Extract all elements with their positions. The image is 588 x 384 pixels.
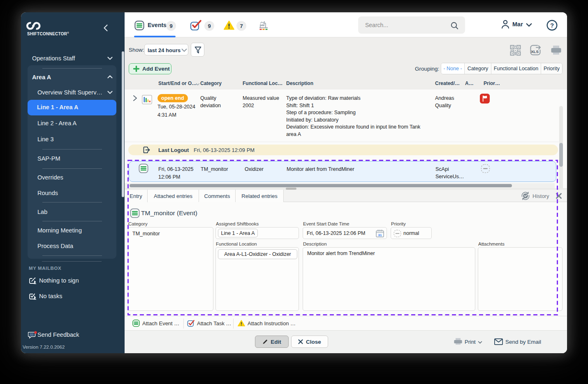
column-header-functional-location[interactable]: Functional Loc… [243,80,282,86]
attach-instruction-button[interactable]: Attach Instruction … [238,320,299,328]
cell-description: Monitor alert from TrendMiner [287,166,431,173]
column-header-category[interactable]: Category [200,80,222,86]
send-by-email-label: Send by Email [505,339,541,345]
detail-tab-comments[interactable]: Comments [199,190,236,202]
show-range-select[interactable]: last 24 hours [144,44,188,55]
grouping-option-priority[interactable]: Priority [541,63,562,74]
grouping-option-functional-location[interactable]: Functional Location [491,63,541,74]
detail-tab-related-entries[interactable]: Related entries [236,190,284,202]
brand-text: SHIFTCONNECTOR [27,32,67,36]
send-feedback-label[interactable]: Send Feedback [37,331,79,338]
attach-task-button[interactable]: Attach Task … [187,320,233,328]
column-header-attachments[interactable]: A… [465,80,474,86]
print-icon[interactable] [551,45,561,55]
expand-row-icon[interactable] [133,95,137,101]
svg-text:?: ? [550,22,554,29]
tab-events[interactable]: Events 9 [125,12,178,37]
shiftconnector-logo-icon [26,22,41,30]
tab-tasks-badge: 9 [204,21,214,31]
add-event-button[interactable]: Add Event [129,63,171,74]
chip-line1-area-a[interactable]: Line 1 - Area A [218,229,258,237]
help-icon[interactable]: ? [546,20,558,31]
sidebar-item-line3[interactable]: Line 3 [37,136,54,143]
user-menu[interactable]: Mar [501,18,534,32]
cell-created-by: Andreas Quality [435,95,464,109]
field-assigned-shiftbooks[interactable]: Line 1 - Area A [215,227,299,239]
divider [42,261,102,262]
chevron-down-icon[interactable] [107,91,113,94]
divider [42,255,102,256]
sidebar-item-overrides[interactable]: Overrides [37,174,63,181]
user-name: Mar [512,21,523,28]
field-description[interactable]: Monitor alert from TrendMiner [303,247,475,311]
cell-start-time: 12:06 PM [158,174,204,181]
column-header-description[interactable]: Description [286,80,313,86]
field-category[interactable]: TM_monitor [128,227,213,311]
field-event-start-value: Fri, 06-13-2025 12:06 PM [307,230,365,236]
sidebar-item-operations-staff[interactable]: Operations Staff [32,55,75,62]
filter-button[interactable] [191,43,204,57]
chevron-up-icon[interactable] [107,75,113,78]
send-feedback-icon [28,331,37,339]
grouping-option-category[interactable]: Category [465,63,491,74]
last-logout-row[interactable]: Last Logout Fri, 06-13-2025 12:09 PM [128,145,558,155]
filter-funnel-icon [194,46,201,54]
search-input[interactable] [358,16,465,34]
edit-button[interactable]: Edit [255,336,289,348]
attach-event-button[interactable]: Attach Event … [132,320,183,328]
event-row-quality-deviation[interactable]: open end Tue, 05-28-2024 4:31 AM Quality… [125,91,559,141]
send-by-email-button[interactable]: Send by Email [494,337,556,347]
sidebar-item-process-data[interactable]: Process Data [37,243,73,249]
column-header-start-end[interactable]: Start/End or O… [158,80,197,86]
mailbox-item-nothing-to-sign[interactable]: Nothing to sign [39,277,79,284]
attach-task-icon [187,320,194,327]
chevron-down-icon[interactable] [107,57,113,60]
tab-events-badge: 9 [166,21,176,31]
calendar-icon[interactable]: 31 [375,229,384,238]
close-button[interactable]: Close [291,336,328,348]
detail-tab-attached-entries[interactable]: Attached entries [148,190,199,202]
chevron-down-icon [181,48,187,52]
cell-description: Type of deviation: Raw materials Shift: … [286,95,430,138]
attach-event-label: Attach Event … [142,320,179,327]
sidebar: SHIFTCONNECTOR® Operations Staff Area A … [21,12,125,353]
detail-tab-entry[interactable]: Entry [125,190,148,202]
sidebar-item-lab[interactable]: Lab [37,209,47,215]
sidebar-item-rounds[interactable]: Rounds [37,190,58,196]
sidebar-item-line2[interactable]: Line 2 - Area A [37,120,76,126]
mailbox-item-no-tasks[interactable]: No tasks [39,293,62,299]
sidebar-scrollbar[interactable] [122,51,124,197]
grouping-option-none[interactable]: - None - [441,63,465,74]
sidebar-item-sap-pm[interactable]: SAP-PM [37,155,60,162]
history-button[interactable]: History [521,192,557,200]
search-icon[interactable] [451,22,458,30]
vertical-scrollbar-thumb[interactable] [559,143,563,167]
sidebar-item-morning-meeting[interactable]: Morning Meeting [37,227,82,234]
export-xls-icon[interactable]: XLS [530,44,542,56]
attach-actions-row: Attach Event … Attach Task … Attach Inst… [125,316,567,331]
horizontal-scrollbar-thumb[interactable] [130,184,512,187]
column-header-priority[interactable]: Prior… [484,80,500,86]
sidebar-item-line1-selected[interactable]: Line 1 - Area A [28,100,116,115]
column-header-created[interactable]: Created/… [435,80,460,86]
sidebar-item-overview-shift-supervisor[interactable]: Overview Shift Superv… [37,89,102,96]
tab-warnings[interactable]: 7 [222,12,251,37]
edit-button-label: Edit [271,339,281,345]
qr-code-icon[interactable] [510,45,521,56]
field-event-start[interactable]: Fri, 06-13-2025 12:06 PM 31 [303,227,387,239]
sort-chevron-icon[interactable] [196,83,200,86]
row-divider [125,142,559,142]
sidebar-collapse-icon[interactable] [103,24,108,32]
grouping-label: Grouping: [415,66,439,72]
field-functional-location[interactable]: Area A-L1-Oxidizer - Oxidizer [215,247,299,311]
close-detail-icon[interactable] [556,193,562,199]
tab-tasks[interactable]: 9 [188,12,217,37]
print-icon [454,338,462,345]
event-row-tm-monitor-selected[interactable]: Fri, 06-13-2025 12:06 PM TM_monitor Oxid… [129,161,556,182]
field-attachments[interactable] [478,247,563,311]
sidebar-item-area-a[interactable]: Area A [32,74,51,80]
print-button[interactable]: Print [454,337,483,347]
chip-functional-location[interactable]: Area A-L1-Oxidizer - Oxidizer [218,249,297,259]
tab-plant-status[interactable] [256,12,273,37]
field-priority[interactable]: normal [391,227,432,239]
